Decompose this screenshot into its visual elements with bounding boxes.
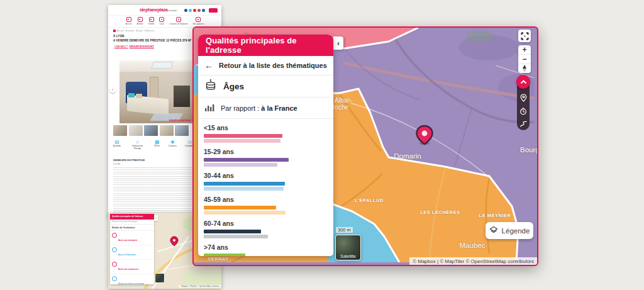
mini-evaluation-item[interactable]: Accès aux commerces	[110, 260, 154, 274]
age-bar-group: 15-29 ans	[204, 148, 328, 167]
satellite-toggle[interactable]: Satellite	[335, 235, 361, 260]
site-header: stephaneplazaimmobilier	[108, 5, 221, 16]
mini-satellite-toggle[interactable]	[155, 273, 165, 283]
feature-item: ▤À vendre	[113, 140, 121, 150]
category-label: Accès aux commerces	[118, 268, 138, 270]
social-icon[interactable]	[202, 9, 205, 12]
zoom-in-button[interactable]: +	[518, 45, 531, 54]
nav-item[interactable]: Nos agences	[193, 17, 204, 25]
thumbnail[interactable]	[160, 125, 174, 136]
category-label: Accès aux transports	[118, 239, 138, 242]
feature-item: ▦379 m²	[154, 140, 160, 150]
category-label: Accès à l'éducation	[118, 254, 136, 256]
age-bar-france	[204, 211, 286, 215]
nav-item-label: Conseils de Stéphane	[169, 23, 187, 25]
cake-icon	[204, 79, 217, 94]
nav-item-label: Accueil	[126, 23, 132, 25]
mini-panel-back[interactable]: Retour à la liste des thématiques	[110, 220, 154, 225]
age-bar-group: 60-74 ans	[204, 220, 328, 238]
thumbnail[interactable]	[113, 125, 127, 136]
age-bar-france	[204, 235, 268, 238]
mini-panel-header: Qualités principales de l'adresse	[110, 214, 154, 220]
feature-item: ⌂Demeure de Prestige	[130, 140, 146, 150]
layers-icon	[489, 226, 498, 236]
panel-collapse-button[interactable]: ‹	[333, 36, 343, 50]
listing-photo[interactable]: stephaneplaza	[119, 60, 192, 123]
photo-door	[150, 77, 158, 99]
fullscreen-icon	[521, 32, 529, 40]
age-bar-group: 30-44 ans	[204, 172, 328, 191]
nav-icon	[196, 17, 201, 22]
sofa-icon: ▤	[114, 140, 119, 145]
thumbnail[interactable]	[129, 125, 143, 136]
mini-evaluation-item[interactable]: Accès à l'éducation	[110, 245, 154, 260]
category-icon	[112, 262, 117, 267]
compare-value: à la France	[261, 104, 297, 112]
age-bar-label: <15 ans	[204, 124, 328, 132]
nav-item[interactable]: Louer	[159, 17, 164, 25]
budget-link[interactable]: SIMULER MON BUDGET	[130, 45, 154, 48]
nav-item[interactable]: Acheter	[136, 17, 143, 25]
age-bar-group: <15 ans	[204, 124, 328, 143]
nav-icon	[138, 17, 143, 22]
nav-item[interactable]: Vendre	[148, 17, 155, 25]
listing-detail-heading: DEMEURE DE PRESTIGE LYON	[113, 159, 145, 167]
mini-panel: Qualités principales de l'adresse Retour…	[110, 214, 154, 284]
nav-icon	[176, 17, 181, 22]
tools-collapse-button[interactable]	[516, 75, 530, 89]
social-icon[interactable]	[197, 9, 201, 12]
nav-icon	[159, 17, 164, 22]
nav-item-label: Vendre	[148, 23, 155, 25]
nav-item[interactable]: Conseils de Stéphane	[169, 17, 187, 25]
feature-label: 12 pièces	[169, 145, 177, 148]
zoom-out-button[interactable]: −	[518, 54, 531, 64]
legend-button[interactable]: Légende	[486, 222, 533, 239]
age-bar-france	[204, 163, 277, 167]
mini-evaluation-item[interactable]: Accès aux loisirs et tourisme	[110, 274, 154, 284]
social-icon[interactable]	[193, 9, 196, 12]
category-icon	[112, 276, 117, 281]
thumbnail[interactable]	[144, 125, 158, 136]
header-cta-button[interactable]	[209, 8, 218, 13]
social-icons[interactable]	[184, 9, 205, 12]
compass-icon	[521, 65, 528, 72]
age-bar-address	[204, 134, 282, 138]
chevron-up-icon	[520, 80, 527, 84]
fullscreen-button[interactable]	[518, 30, 531, 42]
back-to-themes-button[interactable]: ← Retour à la liste des thématiques	[198, 56, 333, 75]
photo-tv-cabinet	[174, 86, 190, 107]
map-attribution[interactable]: © Mapbox | © MapTiler © OpenStreetMap co…	[409, 257, 537, 265]
nav-item-label: Acheter	[136, 23, 143, 25]
age-bar-group: 45-59 ans	[204, 196, 328, 215]
thumbnail[interactable]	[175, 125, 189, 136]
photo-skylight	[151, 62, 174, 69]
compass-button[interactable]	[518, 64, 531, 73]
nav-item-label: Louer	[159, 23, 164, 25]
age-bar-group: >74 ans	[204, 243, 328, 256]
category-icon	[112, 247, 117, 252]
feature-label: Demeure de Prestige	[130, 145, 146, 150]
feature-item: ◈12 pièces	[169, 140, 177, 150]
photo-thumbnails[interactable]	[113, 125, 189, 136]
history-clock-icon[interactable]	[517, 106, 530, 118]
social-icon[interactable]	[184, 9, 187, 12]
nav-item[interactable]: Accueil	[126, 17, 132, 25]
age-bar-label: 30-44 ans	[204, 172, 328, 180]
carousel-prev-button[interactable]: ‹	[109, 87, 116, 93]
age-bars: <15 ans15-29 ans30-44 ans45-59 ans60-74 …	[198, 119, 333, 256]
mini-panel-section: Détails de l'évaluation	[110, 225, 154, 231]
age-bar-label: >74 ans	[204, 243, 328, 252]
route-icon[interactable]	[517, 119, 530, 130]
category-label: Accès aux loisirs et tourisme	[118, 282, 145, 284]
site-logo[interactable]: stephaneplazaimmobilier	[140, 8, 177, 12]
photo-watermark: stephaneplaza	[169, 118, 191, 122]
social-icon[interactable]	[189, 9, 192, 12]
age-bar-france	[204, 187, 284, 191]
back-arrow-icon: ←	[204, 61, 213, 70]
marker-tool-icon[interactable]	[517, 93, 530, 104]
age-bar-address	[204, 254, 245, 256]
mini-collapse-button[interactable]: ‹	[154, 215, 158, 221]
mini-evaluation-item[interactable]: Accès aux transports	[110, 231, 154, 245]
age-bar-address	[204, 230, 261, 233]
compare-row[interactable]: Par rapport : à la France	[198, 98, 333, 119]
